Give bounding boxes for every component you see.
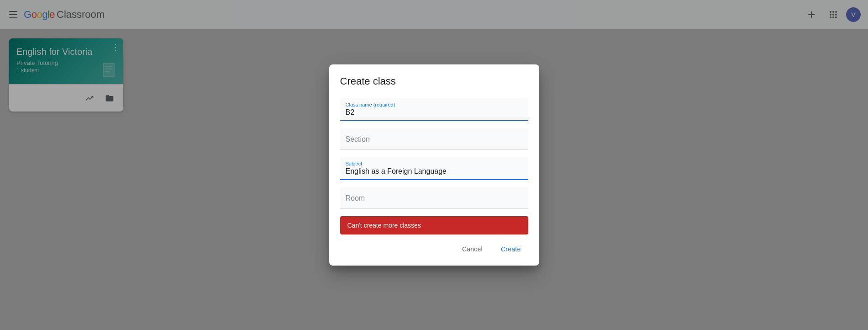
class-name-field: Class name (required) <box>340 98 528 121</box>
cancel-button[interactable]: Cancel <box>455 242 490 256</box>
error-banner: Can't create more classes <box>340 216 528 234</box>
subject-input[interactable] <box>340 157 528 180</box>
modal-actions: Cancel Create <box>340 242 528 256</box>
subject-field: Subject <box>340 157 528 180</box>
section-input[interactable] <box>340 128 528 150</box>
error-message: Can't create more classes <box>347 222 421 229</box>
room-input[interactable] <box>340 187 528 209</box>
modal-overlay[interactable]: Create class Class name (required) Secti… <box>0 0 868 330</box>
room-field: Room <box>340 187 528 209</box>
class-name-input[interactable] <box>340 98 528 121</box>
modal-title: Create class <box>340 75 528 87</box>
create-button[interactable]: Create <box>494 242 528 256</box>
section-field: Section <box>340 128 528 150</box>
create-class-modal: Create class Class name (required) Secti… <box>329 64 539 266</box>
